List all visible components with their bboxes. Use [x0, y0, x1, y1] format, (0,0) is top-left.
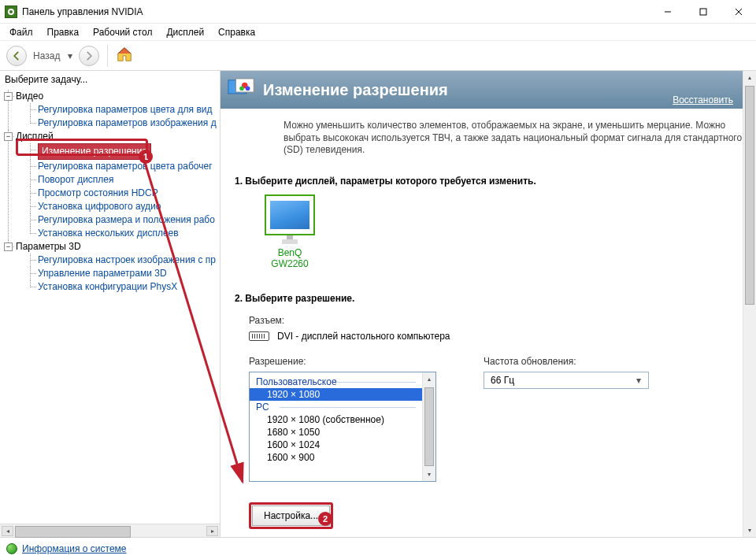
scroll-thumb[interactable]: [424, 387, 434, 466]
task-tree[interactable]: − Видео Регулировка параметров цвета для…: [0, 88, 220, 524]
tree-node-display[interactable]: − Дисплей Изменение разрешения Регулиров…: [5, 130, 220, 240]
refresh-rate-combobox[interactable]: 66 Гц ▾: [484, 372, 649, 389]
title-bar: Панель управления NVIDIA: [0, 0, 756, 24]
svg-rect-3: [700, 9, 706, 15]
tree-item-3d-image-settings[interactable]: Регулировка настроек изображения с пр: [27, 254, 220, 267]
svg-point-1: [9, 10, 13, 13]
menu-help[interactable]: Справка: [212, 25, 261, 39]
resolution-group-pc: PC: [250, 401, 422, 413]
menu-file[interactable]: Файл: [3, 25, 39, 39]
collapse-icon[interactable]: −: [4, 242, 13, 251]
resolution-item-selected[interactable]: 1920 × 1080: [250, 388, 422, 401]
window-title: Панель управления NVIDIA: [22, 6, 650, 17]
tree-node-3d[interactable]: − Параметры 3D Регулировка настроек изоб…: [5, 240, 220, 294]
home-button[interactable]: [116, 46, 133, 65]
page-title: Изменение разрешения: [263, 81, 733, 99]
scroll-up-icon[interactable]: ▴: [423, 372, 435, 386]
connector-value: DVI - дисплей настольного компьютера: [277, 331, 450, 342]
toolbar-separator: [107, 45, 108, 67]
scroll-right-icon[interactable]: ▸: [206, 526, 218, 536]
toolbar: Назад ▾: [0, 41, 756, 71]
page-description: Можно уменьшить количество элементов, от…: [220, 109, 743, 168]
resolution-listbox[interactable]: Пользовательское 1920 × 1080 PC 1920 × 1…: [249, 372, 436, 482]
system-info-link[interactable]: Информация о системе: [22, 543, 126, 554]
customize-button[interactable]: Настройка...: [252, 505, 330, 526]
tree-item-video-image[interactable]: Регулировка параметров изображения д: [27, 117, 220, 130]
tree-item-size-position[interactable]: Регулировка размера и положения рабо: [27, 213, 220, 227]
tree-item-desktop-color[interactable]: Регулировка параметров цвета рабочег: [27, 160, 220, 173]
scroll-down-icon[interactable]: ▾: [743, 524, 756, 537]
scroll-left-icon[interactable]: ◂: [2, 526, 13, 536]
page-header: Изменение разрешения Восстановить: [220, 71, 743, 109]
maximize-button[interactable]: [685, 0, 721, 23]
tree-label-3d: Параметры 3D: [16, 241, 81, 252]
tree-item-multiple-displays[interactable]: Установка нескольких дисплеев: [27, 227, 220, 240]
chevron-down-icon: ▾: [632, 374, 645, 387]
svg-point-9: [239, 86, 244, 91]
refresh-rate-value: 66 Гц: [491, 375, 514, 386]
resolution-item[interactable]: 1600 × 900: [250, 451, 422, 464]
task-tree-header: Выберите задачу...: [0, 71, 220, 88]
scroll-up-icon[interactable]: ▴: [743, 71, 756, 84]
nvidia-app-icon: [5, 6, 17, 18]
tree-item-rotate-display[interactable]: Поворот дисплея: [27, 173, 220, 187]
svg-point-10: [246, 86, 250, 91]
tree-node-video[interactable]: − Видео Регулировка параметров цвета для…: [5, 90, 220, 130]
minimize-button[interactable]: [650, 0, 685, 23]
content-pane: Изменение разрешения Восстановить Можно …: [220, 71, 756, 537]
scroll-thumb[interactable]: [745, 86, 754, 305]
content-vertical-scrollbar[interactable]: ▴ ▾: [743, 71, 756, 537]
task-tree-pane: Выберите задачу... − Видео Регулировка п…: [0, 71, 220, 537]
menu-desktop[interactable]: Рабочий стол: [87, 25, 158, 39]
tree-label-display: Дисплей: [16, 131, 54, 142]
status-bar: Информация о системе: [0, 537, 756, 559]
resolution-group-custom: Пользовательское: [250, 376, 422, 388]
menu-display[interactable]: Дисплей: [160, 25, 210, 39]
tree-item-manage-3d[interactable]: Управление параметрами 3D: [27, 267, 220, 280]
restore-defaults-link[interactable]: Восстановить: [673, 94, 733, 106]
step1-title: 1. Выберите дисплей, параметры которого …: [235, 168, 728, 194]
monitor-icon: [265, 194, 315, 235]
connector-label: Разъем:: [235, 312, 728, 331]
tree-item-video-color[interactable]: Регулировка параметров цвета для вид: [27, 103, 220, 117]
scroll-down-icon[interactable]: ▾: [423, 468, 435, 481]
menu-edit[interactable]: Правка: [41, 25, 86, 39]
resolution-item[interactable]: 1680 × 1050: [250, 426, 422, 439]
tree-label-video: Видео: [16, 91, 43, 102]
refresh-rate-label: Частота обновления:: [484, 353, 649, 372]
listbox-scrollbar[interactable]: ▴ ▾: [422, 372, 435, 481]
monitor-label: BenQ GW2260: [258, 244, 321, 269]
resolution-item[interactable]: 1920 × 1080 (собственное): [250, 413, 422, 426]
back-button[interactable]: [6, 46, 27, 66]
dvi-connector-icon: [249, 331, 269, 341]
collapse-icon[interactable]: −: [4, 132, 13, 141]
tree-item-physx[interactable]: Установка конфигурации PhysX: [27, 280, 220, 294]
display-selector-item[interactable]: BenQ GW2260: [258, 194, 321, 269]
tree-item-digital-audio[interactable]: Установка цифрового аудио: [27, 200, 220, 213]
close-button[interactable]: [721, 0, 756, 23]
back-history-dropdown[interactable]: ▾: [65, 46, 76, 66]
tree-item-hdcp-status[interactable]: Просмотр состояния HDCP: [27, 187, 220, 200]
tree-item-change-resolution[interactable]: Изменение разрешения: [27, 143, 220, 160]
resolution-item[interactable]: 1600 × 1024: [250, 439, 422, 451]
display-settings-icon: [227, 77, 257, 102]
collapse-icon[interactable]: −: [4, 92, 13, 101]
scroll-thumb[interactable]: [15, 526, 205, 536]
back-label: Назад: [30, 50, 61, 61]
tree-horizontal-scrollbar[interactable]: ◂ ▸: [0, 524, 220, 537]
forward-button[interactable]: [79, 46, 99, 66]
step2-title: 2. Выберите разрешение.: [235, 269, 728, 312]
system-info-icon: [6, 543, 17, 554]
menu-bar: Файл Правка Рабочий стол Дисплей Справка: [0, 24, 756, 41]
resolution-label: Разрешение:: [249, 353, 436, 372]
